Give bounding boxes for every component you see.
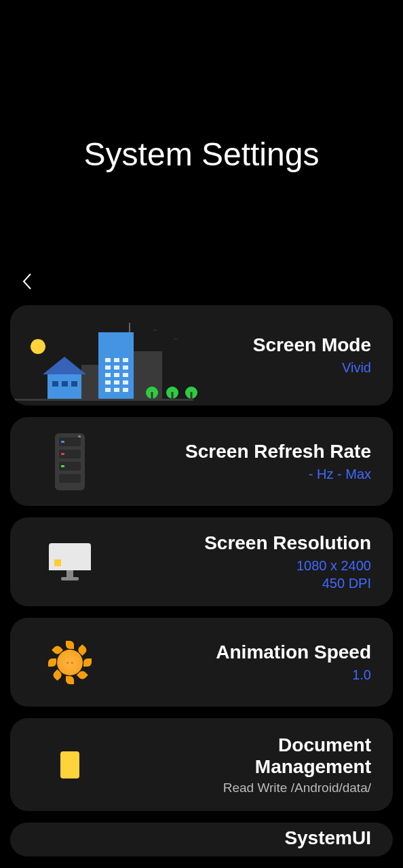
back-button[interactable]: [19, 271, 39, 292]
setting-subtitle: Read Write /Android/data/: [117, 781, 371, 795]
setting-title: Screen Mode: [193, 334, 371, 356]
resolution-card[interactable]: Screen Resolution 1080 x 2400 450 DPI: [10, 517, 393, 606]
card-icon-area: • •: [22, 644, 117, 682]
refresh-rate-card[interactable]: Screen Refresh Rate - Hz - Max: [10, 417, 393, 506]
animation-speed-card[interactable]: • • Animation Speed 1.0: [10, 618, 393, 707]
chevron-left-icon: [19, 271, 35, 292]
document-management-card[interactable]: Document Management Read Write /Android/…: [10, 718, 393, 811]
setting-value: 1.0: [117, 666, 371, 684]
page-title: System Settings: [0, 136, 403, 173]
setting-title: SystemUI: [22, 827, 371, 849]
header: System Settings: [0, 0, 403, 173]
server-rack-icon: [55, 433, 85, 490]
card-icon-area: [22, 543, 117, 580]
setting-title: Screen Refresh Rate: [117, 441, 371, 462]
card-text: Document Management Read Write /Android/…: [117, 734, 371, 795]
card-text: Screen Resolution 1080 x 2400 450 DPI: [117, 532, 371, 592]
card-text: Animation Speed 1.0: [117, 642, 371, 684]
screen-mode-card[interactable]: ⌒ ⌒ Screen Mode Vivid: [10, 305, 393, 406]
setting-title: Screen Resolution: [117, 532, 371, 554]
monitor-icon: [49, 543, 91, 580]
setting-value: 1080 x 2400 450 DPI: [117, 557, 371, 592]
card-text: Screen Mode Vivid: [193, 334, 371, 376]
settings-list: ⌒ ⌒ Screen Mode Vivid Screen Refresh Rat…: [0, 305, 403, 856]
setting-value: Vivid: [193, 359, 371, 376]
card-text: Screen Refresh Rate - Hz - Max: [117, 441, 371, 483]
card-icon-area: [22, 433, 117, 490]
setting-value: - Hz - Max: [117, 465, 371, 483]
setting-title: Document Management: [117, 734, 371, 778]
card-icon-area: [22, 751, 117, 778]
document-icon: [60, 751, 79, 778]
sun-icon: • •: [51, 644, 89, 682]
setting-title: Animation Speed: [117, 642, 371, 663]
systemui-card[interactable]: SystemUI: [10, 823, 393, 856]
card-text: SystemUI: [22, 827, 371, 852]
city-illustration-icon: ⌒ ⌒: [10, 305, 193, 406]
